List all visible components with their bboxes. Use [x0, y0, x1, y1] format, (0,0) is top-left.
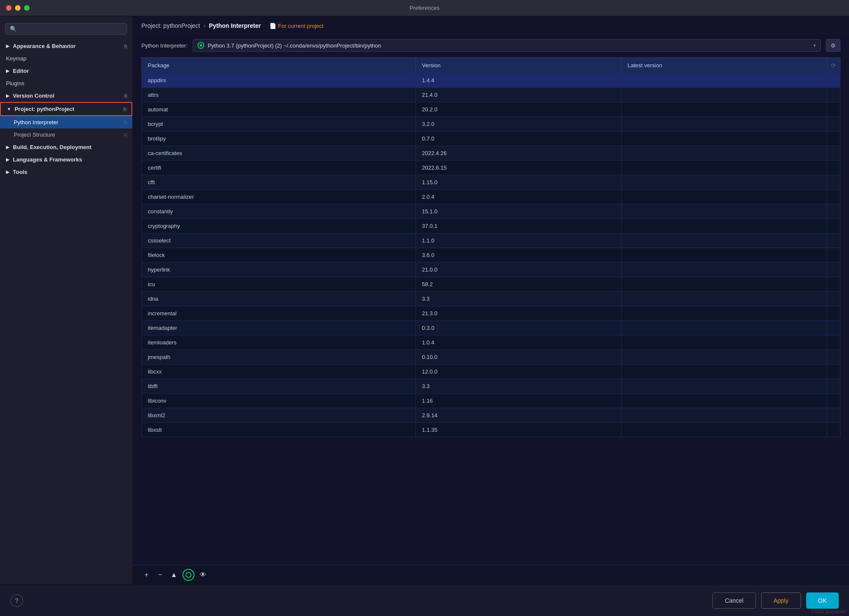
table-row[interactable]: cffi1.15.0 [141, 175, 840, 190]
package-latest-version [622, 102, 827, 117]
package-version: 12.0.0 [416, 365, 622, 379]
interpreter-row: Python Interpreter: Python 3.7 (pythonPr… [133, 34, 849, 57]
table-row[interactable]: libiconv1.16 [141, 394, 840, 408]
show-all-button[interactable]: 👁 [198, 570, 208, 580]
package-name: icu [142, 277, 416, 291]
close-button[interactable] [6, 5, 12, 11]
package-version: 21.3.0 [416, 306, 622, 320]
sidebar-item-project-structure[interactable]: Project Structure ⎘ [0, 129, 132, 141]
package-version: 0.7.0 [416, 132, 622, 146]
chevron-down-icon: ▾ [813, 43, 816, 48]
table-row[interactable]: incremental21.3.0 [141, 306, 840, 321]
package-version: 1.16 [416, 394, 622, 408]
ok-button[interactable]: OK [806, 592, 839, 609]
table-row[interactable]: certifi2022.6.15 [141, 161, 840, 175]
package-row-action [827, 102, 840, 117]
table-row[interactable]: idna3.3 [141, 292, 840, 306]
sidebar-item-build-execution-deployment[interactable]: ▶ Build, Execution, Deployment [0, 141, 132, 153]
sidebar-item-plugins[interactable]: Plugins [0, 77, 132, 90]
sidebar-item-project-pythonproject[interactable]: ▼ Project: pythonProject ⎘ [0, 102, 132, 116]
sidebar-item-version-control[interactable]: ▶ Version Control ⎘ [0, 90, 132, 102]
refresh-button[interactable] [182, 569, 194, 581]
package-version: 0.10.0 [416, 350, 622, 364]
table-row[interactable]: libcxx12.0.0 [141, 365, 840, 379]
package-latest-version [622, 248, 827, 262]
package-version: 0.3.0 [416, 321, 622, 335]
package-row-action [827, 335, 840, 350]
package-latest-version [622, 73, 827, 87]
interpreter-dropdown[interactable]: Python 3.7 (pythonProject) (2) ~/.conda/… [193, 39, 821, 52]
help-button[interactable]: ? [10, 594, 23, 607]
chevron-down-icon: ▼ [7, 107, 11, 111]
package-name: constantly [142, 204, 416, 218]
table-row[interactable]: brotlipy0.7.0 [141, 132, 840, 146]
sidebar-item-tools[interactable]: ▶ Tools [0, 166, 132, 178]
table-row[interactable]: hyperlink21.0.0 [141, 263, 840, 277]
breadcrumb-current: Python Interpreter [209, 22, 261, 29]
package-version: 2022.6.15 [416, 161, 622, 175]
search-box[interactable]: 🔍 [5, 23, 127, 35]
table-row[interactable]: libxml22.9.14 [141, 408, 840, 423]
sidebar-item-editor[interactable]: ▶ Editor [0, 65, 132, 77]
package-name: brotlipy [142, 132, 416, 146]
package-version: 3.2.0 [416, 117, 622, 131]
package-latest-version [622, 161, 827, 175]
sidebar-item-appearance-behavior[interactable]: ▶ Appearance & Behavior ⎘ [0, 40, 132, 52]
package-row-action [827, 350, 840, 364]
package-latest-version [622, 306, 827, 320]
table-row[interactable]: cssselect1.1.0 [141, 233, 840, 248]
sidebar-item-python-interpreter[interactable]: Python Interpreter ⎘ [0, 116, 132, 129]
package-row-action [827, 423, 840, 437]
package-row-action [827, 190, 840, 204]
package-name: idna [142, 292, 416, 306]
package-version: 1.1.35 [416, 423, 622, 437]
bottom-bar: ? Cancel Apply OK [0, 584, 849, 616]
package-table: Package Version Latest version ⟳ appdirs… [141, 57, 840, 565]
table-row[interactable]: icu58.2 [141, 277, 840, 292]
table-row[interactable]: itemloaders1.0.4 [141, 335, 840, 350]
table-row[interactable]: cryptography37.0.1 [141, 219, 840, 233]
maximize-button[interactable] [24, 5, 30, 11]
col-header-package: Package [142, 58, 416, 73]
table-row[interactable]: attrs21.4.0 [141, 88, 840, 102]
sidebar-item-keymap[interactable]: Keymap [0, 52, 132, 65]
table-row[interactable]: automat20.2.0 [141, 102, 840, 117]
table-row[interactable]: bcrypt3.2.0 [141, 117, 840, 132]
search-input[interactable] [19, 26, 123, 32]
sidebar-item-label: Tools [13, 169, 27, 175]
table-row[interactable]: appdirs1.4.4 [141, 73, 840, 88]
table-row[interactable]: constantly15.1.0 [141, 204, 840, 219]
package-row-action [827, 132, 840, 146]
copy-icon: ⎘ [124, 120, 127, 125]
package-name: cffi [142, 175, 416, 189]
minimize-button[interactable] [15, 5, 21, 11]
sidebar-item-label: Build, Execution, Deployment [13, 144, 91, 150]
upgrade-package-button[interactable]: ▲ [169, 570, 179, 580]
copy-icon: ⎘ [124, 44, 127, 49]
remove-package-button[interactable]: − [155, 570, 165, 580]
for-current-project-link[interactable]: 📄 For current project [269, 23, 323, 29]
apply-button[interactable]: Apply [761, 592, 801, 609]
sidebar-item-label: Languages & Frameworks [13, 156, 82, 163]
table-row[interactable]: filelock3.6.0 [141, 248, 840, 263]
package-row-action [827, 277, 840, 291]
breadcrumb: Project: pythonProject › Python Interpre… [133, 16, 849, 34]
package-version: 3.3 [416, 292, 622, 306]
table-row[interactable]: ca-certificates2022.4.26 [141, 146, 840, 161]
package-latest-version [622, 423, 827, 437]
table-row[interactable]: libffi3.3 [141, 379, 840, 394]
chevron-right-icon: ▶ [6, 157, 9, 162]
package-latest-version [622, 190, 827, 204]
table-row[interactable]: itemadapter0.3.0 [141, 321, 840, 335]
cancel-button[interactable]: Cancel [712, 592, 756, 609]
bottom-buttons: Cancel Apply OK [712, 592, 839, 609]
interpreter-settings-button[interactable]: ⚙ [826, 39, 840, 52]
package-row-action [827, 263, 840, 277]
package-row-action [827, 408, 840, 422]
add-package-button[interactable]: + [141, 570, 152, 580]
sidebar-item-languages-frameworks[interactable]: ▶ Languages & Frameworks [0, 153, 132, 166]
table-row[interactable]: libxslt1.1.35 [141, 423, 840, 437]
package-name: charset-normalizer [142, 190, 416, 204]
table-row[interactable]: charset-normalizer2.0.4 [141, 190, 840, 204]
table-row[interactable]: jmespath0.10.0 [141, 350, 840, 365]
